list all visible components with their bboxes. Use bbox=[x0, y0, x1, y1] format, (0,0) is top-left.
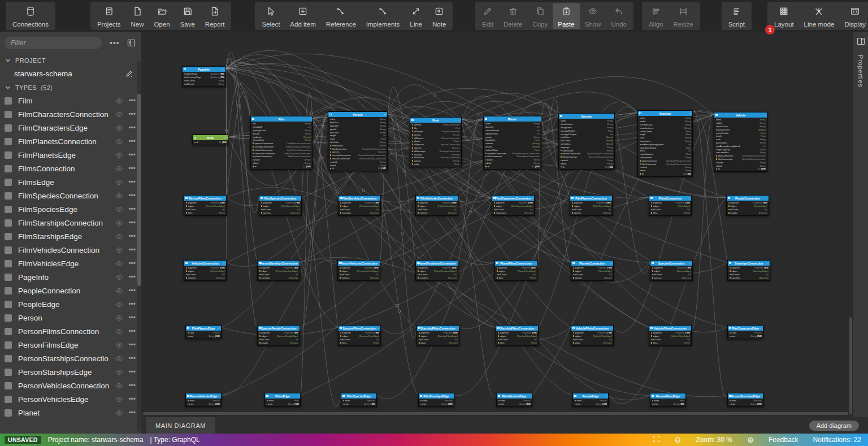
field-row[interactable]: edges[StarshipsEdge] bbox=[728, 270, 770, 273]
item-menu-icon[interactable]: ••• bbox=[128, 151, 136, 159]
collapse-icon[interactable]: – bbox=[376, 262, 378, 265]
collapse-icon[interactable]: – bbox=[610, 327, 611, 330]
type-checkbox[interactable] bbox=[5, 97, 12, 105]
field-row[interactable]: edges[SpeciesFilmsEdge] bbox=[338, 335, 380, 338]
sidebar-item-personstarshipsconnectio[interactable]: PersonStarshipsConnectio••• bbox=[0, 352, 141, 365]
item-menu-icon[interactable]: ••• bbox=[128, 287, 136, 295]
field-row[interactable]: species[Species] bbox=[650, 276, 692, 279]
toolbar-button-edit[interactable]: Edit bbox=[477, 3, 498, 29]
entity-header[interactable]: VehiclePilotsConnection– bbox=[571, 326, 613, 331]
field-row[interactable]: totalCountInt bbox=[571, 338, 613, 341]
entity-personfilmsconnection[interactable]: PersonFilmsConnection–pageInfoPageInfo| … bbox=[184, 195, 227, 216]
visibility-eye-icon[interactable] bbox=[115, 383, 123, 389]
collapse-icon[interactable]: – bbox=[765, 197, 767, 200]
field-row[interactable]: totalCountInt bbox=[727, 208, 769, 211]
field-row[interactable]: pageInfoPageInfo| NN bbox=[416, 201, 458, 205]
entity-header[interactable]: PersonVehiclesConnection– bbox=[338, 261, 380, 266]
collapse-icon[interactable]: – bbox=[309, 118, 310, 121]
field-row[interactable]: nodeStarship bbox=[728, 399, 763, 402]
entity-starshipfilmsconnection[interactable]: StarshipFilmsConnection–pageInfoPageInfo… bbox=[496, 325, 539, 346]
field-row[interactable]: films[Film] bbox=[495, 276, 537, 279]
entity-planetfilmsconnection[interactable]: PlanetFilmsConnection–pageInfoPageInfo| … bbox=[494, 260, 537, 281]
field-row[interactable]: nodePerson bbox=[573, 399, 608, 402]
field-row[interactable]: idID| NN bbox=[714, 167, 767, 171]
sidebar-item-planet[interactable]: Planet••• bbox=[0, 406, 141, 419]
field-row[interactable]: totalCountInt bbox=[338, 273, 380, 276]
field-row[interactable]: starships[Starship] bbox=[728, 276, 770, 279]
field-row[interactable]: pageInfoPageInfo| NN bbox=[650, 266, 692, 270]
collapse-icon[interactable]: – bbox=[455, 327, 457, 330]
item-menu-icon[interactable]: ••• bbox=[128, 354, 136, 362]
entity-filmplanetsconnection[interactable]: FilmPlanetsConnection–pageInfoPageInfo| … bbox=[570, 195, 613, 216]
field-row[interactable]: cargoCapacityFloat bbox=[638, 153, 692, 156]
field-row[interactable]: residentConnectionPlanetResidentsConnect… bbox=[484, 151, 541, 155]
visibility-eye-icon[interactable] bbox=[115, 98, 123, 104]
field-row[interactable]: eyeColors[String] bbox=[559, 136, 614, 139]
type-checkbox[interactable] bbox=[5, 341, 12, 349]
field-row[interactable]: totalCountInt bbox=[570, 208, 612, 211]
entity-header[interactable]: FilmsConnection– bbox=[649, 196, 691, 201]
visibility-eye-icon[interactable] bbox=[115, 206, 123, 213]
entity-planet[interactable]: Planet–nameStringdiameterIntrotationPeri… bbox=[483, 116, 541, 170]
field-row[interactable]: releaseDateString bbox=[251, 138, 312, 142]
toolbar-button-script[interactable]: Script bbox=[723, 3, 750, 29]
entity-header[interactable]: VehicleFilmsConnection– bbox=[649, 326, 691, 331]
entity-filmplanetsedge[interactable]: FilmPlanetsEdge–nodePlanetcursorString| … bbox=[185, 325, 222, 339]
sidebar-item-peopleconnection[interactable]: PeopleConnection••• bbox=[0, 284, 141, 297]
entity-film[interactable]: Film–titleStringepisodeIDIntopeningCrawl… bbox=[250, 116, 313, 170]
field-row[interactable]: pageInfoPageInfo| NN bbox=[496, 331, 538, 335]
field-row[interactable]: cursorString| NN bbox=[186, 402, 221, 406]
collapse-icon[interactable]: – bbox=[688, 197, 689, 200]
toolbar-button-line-mode[interactable]: Line mode bbox=[799, 3, 840, 29]
visibility-eye-icon[interactable] bbox=[115, 179, 123, 185]
field-row[interactable]: titleString bbox=[251, 122, 312, 125]
entity-header[interactable]: FilmCharactersEdge– bbox=[728, 326, 763, 331]
field-row[interactable]: planetPlanet bbox=[410, 140, 461, 143]
field-row[interactable]: totalCountInt bbox=[416, 208, 458, 211]
sidebar-item-personfilmsedge[interactable]: PersonFilmsEdge••• bbox=[0, 338, 141, 352]
field-row[interactable]: starshipConnectionFilmStarshipsConnectio… bbox=[251, 145, 312, 149]
type-checkbox[interactable] bbox=[5, 111, 12, 118]
toolbar-button-add-item[interactable]: Add item bbox=[285, 3, 320, 29]
sidebar-item-filmplanetsconnection[interactable]: FilmPlanetsConnection••• bbox=[0, 135, 141, 148]
entity-node[interactable]: Node–idID| NN bbox=[192, 135, 228, 145]
zoom-in-icon[interactable]: ⊕ bbox=[747, 436, 754, 444]
field-row[interactable]: vehicles[Vehicle] bbox=[416, 211, 458, 214]
visibility-eye-icon[interactable] bbox=[115, 410, 123, 416]
field-row[interactable]: totalCountInt bbox=[416, 273, 458, 276]
field-row[interactable]: nodeFilm bbox=[650, 399, 685, 402]
collapse-icon[interactable]: – bbox=[384, 113, 385, 116]
collapse-icon[interactable]: – bbox=[296, 327, 298, 330]
entity-header[interactable]: FilmSpeciesEdge– bbox=[341, 393, 376, 399]
field-row[interactable]: massFloat bbox=[328, 137, 387, 141]
entity-header[interactable]: StarshipsConnection– bbox=[728, 261, 770, 266]
canvas-horizontal-scrollbar[interactable] bbox=[143, 412, 848, 415]
sidebar-item-peopleedge[interactable]: PeopleEdge••• bbox=[0, 297, 141, 311]
field-row[interactable]: totalCountInt bbox=[728, 273, 770, 276]
field-row[interactable]: films[Film] bbox=[649, 211, 691, 214]
toolbar-button-open[interactable]: Open bbox=[149, 3, 175, 29]
entity-filmcharactersedge[interactable]: FilmCharactersEdge–nodePersoncursorStrin… bbox=[727, 325, 763, 339]
entity-header[interactable]: FilmPlanetsConnection– bbox=[570, 196, 612, 201]
item-menu-icon[interactable]: ••• bbox=[128, 314, 136, 322]
field-row[interactable]: allPeoplePeopleConnection bbox=[410, 130, 461, 133]
field-row[interactable]: nodePlanet bbox=[186, 331, 221, 335]
entity-header[interactable]: FilmVehiclesConnection– bbox=[416, 196, 458, 201]
visibility-eye-icon[interactable] bbox=[115, 247, 123, 253]
entity-personstarshipsconnection[interactable]: PersonStarshipsConnection–pageInfoPageIn… bbox=[257, 260, 300, 281]
visibility-eye-icon[interactable] bbox=[115, 233, 123, 240]
toolbar-button-undo[interactable]: Undo bbox=[606, 3, 632, 29]
field-row[interactable]: idID| NN bbox=[328, 167, 387, 170]
fullscreen-icon[interactable] bbox=[653, 435, 660, 444]
field-row[interactable]: lengthFloat bbox=[638, 133, 692, 136]
item-menu-icon[interactable]: ••• bbox=[128, 110, 136, 118]
field-row[interactable]: edges[FilmsEdge] bbox=[649, 205, 691, 208]
entity-filmspeciesedge[interactable]: FilmSpeciesEdge–nodeSpeciescursorString|… bbox=[341, 393, 377, 407]
field-row[interactable]: episodeIDInt bbox=[251, 125, 312, 129]
entity-speciesconnection[interactable]: SpeciesConnection–pageInfoPageInfo| NNed… bbox=[650, 260, 693, 281]
type-checkbox[interactable] bbox=[5, 369, 12, 376]
toolbar-button-note[interactable]: Note bbox=[427, 3, 451, 29]
field-row[interactable]: pageInfoPageInfo| NN bbox=[258, 266, 300, 270]
field-row[interactable]: vehicles[Vehicle] bbox=[338, 276, 380, 279]
field-row[interactable]: edges[SpeciesPeopleEdge] bbox=[258, 335, 300, 338]
